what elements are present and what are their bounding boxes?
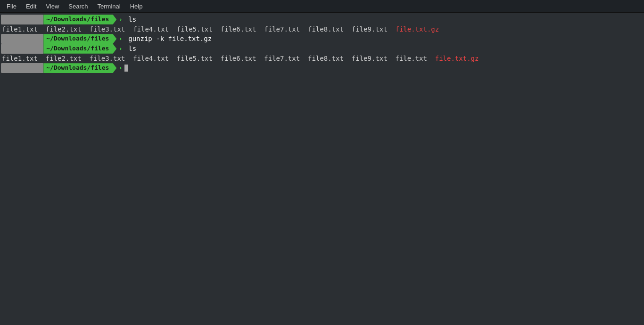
prompt-line-4: ~/Downloads/files› xyxy=(1,63,643,73)
prompt-line-2: ~/Downloads/files› gunzip -k file.txt.gz xyxy=(1,34,643,44)
cmd-3: ls xyxy=(124,44,136,53)
terminal-cursor xyxy=(124,65,128,72)
file-gz-2: file.txt.gz xyxy=(435,55,479,62)
menu-search[interactable]: Search xyxy=(64,1,92,11)
path-badge-3: ~/Downloads/files xyxy=(43,44,116,54)
user-badge-2 xyxy=(1,34,43,44)
prompt-char-4: › xyxy=(118,63,122,73)
file-normal-2: file1.txt file2.txt file3.txt file4.txt … xyxy=(2,55,435,62)
menu-view[interactable]: View xyxy=(41,1,64,11)
file-gz-1: file.txt.gz xyxy=(395,25,439,33)
menu-help[interactable]: Help xyxy=(125,1,148,11)
output-line-1: file1.txt file2.txt file3.txt file4.txt … xyxy=(1,24,643,34)
file-normal: file1.txt file2.txt file3.txt file4.txt … xyxy=(2,25,395,33)
user-badge-1 xyxy=(1,15,43,24)
terminal-area[interactable]: ~/Downloads/files› ls file1.txt file2.tx… xyxy=(0,13,644,75)
user-badge-3 xyxy=(1,44,43,54)
menu-terminal[interactable]: Terminal xyxy=(93,1,125,11)
prompt-line-1: ~/Downloads/files› ls xyxy=(1,15,643,24)
menu-edit[interactable]: Edit xyxy=(21,1,41,11)
menubar: File Edit View Search Terminal Help xyxy=(0,0,644,13)
path-badge-2: ~/Downloads/files xyxy=(43,34,116,44)
prompt-char-3: › xyxy=(118,44,122,53)
output-line-2: file1.txt file2.txt file3.txt file4.txt … xyxy=(1,54,643,63)
cmd-2: gunzip -k file.txt.gz xyxy=(124,34,212,43)
cmd-1: ls xyxy=(124,15,136,24)
prompt-char-2: › xyxy=(118,34,122,43)
prompt-char-1: › xyxy=(118,15,122,24)
prompt-line-3: ~/Downloads/files› ls xyxy=(1,44,643,54)
user-badge-4 xyxy=(1,63,43,73)
path-badge-4: ~/Downloads/files xyxy=(43,63,116,73)
path-badge-1: ~/Downloads/files xyxy=(43,15,116,24)
menu-file[interactable]: File xyxy=(2,1,21,11)
